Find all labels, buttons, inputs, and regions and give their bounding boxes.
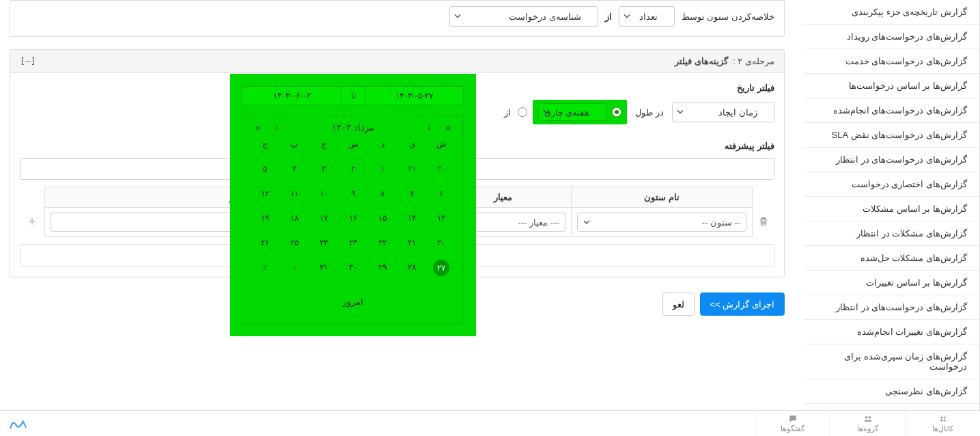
calendar-day[interactable]: ۱: [368, 161, 397, 176]
calendar-day[interactable]: ۲۵: [279, 235, 309, 250]
brand-logo[interactable]: [0, 411, 38, 436]
next-year-icon[interactable]: »: [442, 122, 455, 133]
calendar-day[interactable]: ۱۳: [427, 210, 456, 226]
sidebar-item[interactable]: گزارش‌های درخواست‌های در انتظار: [804, 295, 979, 320]
bottom-tab-groups[interactable]: گروه‌ها: [830, 411, 905, 436]
range-start[interactable]: ۱۴۰۳-۰۵-۲۷: [365, 86, 464, 105]
calendar-dow: ج: [250, 139, 279, 152]
users-icon: [863, 414, 873, 424]
chevron-down-icon: [454, 12, 461, 22]
sidebar-item[interactable]: گزارش‌های اختصاری درخواست: [804, 172, 979, 197]
calendar-day[interactable]: ۲۸: [397, 260, 427, 275]
step2-header: مرحله‌ی ۲ : گزینه‌های فیلتر [–]: [10, 50, 784, 73]
calendar-day[interactable]: ۱۷: [309, 210, 338, 226]
bottom-tab-chats[interactable]: گفتگوها: [755, 411, 830, 436]
col-header-name: نام ستون: [571, 187, 752, 208]
trash-icon[interactable]: [758, 219, 769, 229]
calendar-day[interactable]: ۱۵: [368, 210, 397, 226]
sidebar-item[interactable]: گزارش‌های مشکلات در انتظار: [804, 221, 979, 246]
sidebar-item[interactable]: گزارش‌های درخواست‌های انجام‌شده: [804, 98, 979, 123]
calendar-day[interactable]: ۱: [279, 260, 309, 275]
calendar-day[interactable]: ۳۱: [309, 260, 338, 275]
sidebar-item[interactable]: گزارش‌ها بر اساس تغییرات: [804, 271, 979, 295]
range-end[interactable]: ۱۴۰۳-۰۶-۰۲: [242, 86, 341, 105]
calendar-day[interactable]: ۹: [338, 186, 367, 201]
calendar-day[interactable]: ۱۱: [279, 186, 309, 201]
from-option[interactable]: از: [501, 107, 527, 118]
chevron-down-icon: [677, 107, 684, 118]
sidebar-item[interactable]: گزارش‌های درخواست‌های رویداد: [804, 25, 979, 49]
calendar-day[interactable]: ۴: [279, 161, 309, 176]
calendar-dow: ی: [397, 139, 427, 152]
radio-during[interactable]: [612, 107, 621, 117]
cancel-button[interactable]: لغو: [662, 292, 695, 316]
calendar-day[interactable]: ۲۲: [368, 235, 397, 250]
calendar-day[interactable]: ۲۷: [433, 260, 449, 276]
sidebar-item[interactable]: گزارش‌های درخواست‌های خدمت: [804, 49, 979, 74]
summarize-panel: خلاصه‌کردن ستون توسط تعداد از شناسه‌ی در…: [10, 0, 785, 37]
calendar-day[interactable]: ۷: [397, 186, 427, 201]
calendar-day[interactable]: ۱۹: [250, 210, 279, 226]
calendar-grid: شیدسچپج۳۰۳۱۱۲۳۴۵۶۷۸۹۱۰۱۱۱۲۱۳۱۴۱۵۱۶۱۷۱۸۱۹…: [243, 139, 463, 276]
calendar-day[interactable]: ۲۴: [309, 235, 338, 250]
calendar-title[interactable]: مرداد ۱۴۰۳: [332, 122, 374, 133]
prev-year-icon[interactable]: «: [251, 122, 264, 133]
sidebar-item[interactable]: گزارش‌های درخواست‌های نقض SLA: [804, 123, 979, 148]
calendar-dow: چ: [309, 139, 338, 152]
calendar-day[interactable]: ۸: [368, 186, 397, 201]
sidebar-item[interactable]: گزارش‌های درخواست‌های در انتظار: [804, 148, 979, 172]
calendar-day[interactable]: ۳۱: [397, 161, 427, 176]
calendar-day[interactable]: ۲۱: [397, 235, 427, 250]
calendar-day[interactable]: ۲۶: [250, 235, 279, 250]
summarize-count-select[interactable]: تعداد: [619, 6, 675, 27]
sidebar-item[interactable]: گزارش‌های زمان سپری‌شده برای درخواست: [804, 344, 979, 379]
plus-icon[interactable]: [27, 219, 38, 229]
sidebar-item[interactable]: گزارش تاریخچه‌ی جزء پیکربندی: [804, 0, 979, 25]
calendar-dow: ش: [427, 139, 456, 152]
sidebar-item[interactable]: گزارش‌های تغییرات انجام‌شده: [804, 320, 979, 344]
today-button[interactable]: امروز: [243, 276, 463, 316]
calendar-day[interactable]: ۵: [250, 161, 279, 176]
calendar-day[interactable]: ۱۸: [279, 210, 309, 226]
calendar-day[interactable]: ۲۹: [368, 260, 397, 275]
calendar-day[interactable]: ۶: [427, 186, 456, 201]
calendar-dow: د: [368, 139, 397, 152]
period-select[interactable]: هفته‌ی جاری: [538, 103, 607, 121]
calendar-day[interactable]: ۱۶: [338, 210, 367, 226]
chevron-down-icon: [624, 12, 630, 22]
calendar-day[interactable]: ۲۰: [427, 235, 456, 250]
date-picker: ۱۴۰۳-۰۵-۲۷ تا ۱۴۰۳-۰۶-۰۲ » › مرداد ۱۴۰۳ …: [230, 74, 476, 336]
sidebar-item[interactable]: گزارش‌ها بر اساس درخواست‌ها: [804, 74, 979, 98]
date-field-select[interactable]: زمان ایجاد: [672, 102, 774, 122]
calendar-day[interactable]: ۲: [338, 161, 367, 176]
calendar-day[interactable]: ۳۰: [338, 260, 367, 275]
prev-month-icon[interactable]: ‹: [271, 122, 282, 133]
run-report-button[interactable]: اجرای گزارش >>: [700, 292, 785, 316]
calendar-day[interactable]: ۱۰: [309, 186, 338, 201]
summarize-label: خلاصه‌کردن ستون توسط: [679, 12, 777, 22]
calendar-day[interactable]: ۳: [309, 161, 338, 176]
sidebar-item[interactable]: گزارش‌های نظرسنجی: [804, 379, 979, 404]
from-label: از: [501, 107, 514, 118]
collapse-button[interactable]: [–]: [20, 56, 36, 66]
radio-from[interactable]: [518, 107, 527, 117]
calendar-day[interactable]: ۱۴: [397, 210, 427, 226]
sidebar-item[interactable]: گزارش‌ها بر اساس مشکلات: [804, 197, 979, 221]
during-option[interactable]: هفته‌ی جاری: [533, 100, 628, 124]
svg-point-0: [865, 415, 867, 418]
column-select[interactable]: -- ستون --: [577, 213, 746, 232]
calendar-day[interactable]: ۲۳: [338, 235, 367, 250]
summarize-of-label: از: [602, 12, 615, 22]
hash-icon: [938, 414, 948, 424]
bottom-bar: کانال‌ها گروه‌ها گفتگوها: [0, 410, 980, 436]
chevron-down-icon: [583, 217, 590, 228]
calendar-day[interactable]: ۳۰: [427, 161, 456, 176]
next-month-icon[interactable]: ›: [423, 122, 434, 133]
sidebar-item[interactable]: گزارش‌های مشکلات حل‌شده: [804, 246, 979, 271]
bottom-tab-channels[interactable]: کانال‌ها: [905, 411, 980, 436]
chat-icon: [788, 414, 798, 424]
calendar-day[interactable]: ۱۲: [250, 186, 279, 201]
summarize-column-select[interactable]: شناسه‌ی درخواست: [449, 6, 598, 27]
calendar-dow: پ: [279, 139, 309, 152]
calendar-day[interactable]: ۲: [250, 260, 279, 275]
